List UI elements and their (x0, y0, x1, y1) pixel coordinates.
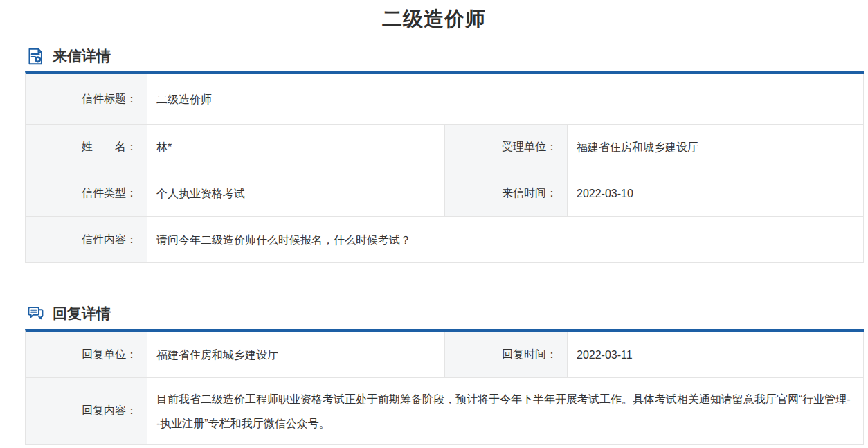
letter-detail-table: 信件标题： 二级造价师 姓 名： 林* 受理单位： 福建省住房和城乡建设厅 信件… (25, 71, 864, 263)
letter-time-value: 2022-03-10 (568, 170, 864, 217)
letter-accept-unit-label: 受理单位： (445, 125, 568, 170)
letter-name-label: 姓 名： (26, 125, 147, 170)
reply-content-label: 回复内容： (26, 378, 147, 445)
reply-time-value: 2022-03-11 (568, 332, 864, 378)
reply-content-value: 目前我省二级造价工程师职业资格考试正处于前期筹备阶段，预计将于今年下半年开展考试… (147, 378, 864, 445)
letter-section-title: 来信详情 (53, 46, 111, 66)
letter-content-value: 请问今年二级造价师什么时候报名，什么时候考试？ (147, 217, 864, 263)
letter-detail-icon (26, 47, 45, 66)
section-spacer (0, 263, 868, 291)
reply-detail-icon (26, 305, 45, 323)
letter-title-value: 二级造价师 (147, 74, 864, 125)
letter-accept-unit-value: 福建省住房和城乡建设厅 (568, 125, 864, 170)
reply-unit-label: 回复单位： (26, 332, 147, 378)
reply-detail-table: 回复单位： 福建省住房和城乡建设厅 回复时间： 2022-03-11 回复内容：… (25, 329, 864, 445)
reply-section-title: 回复详情 (53, 304, 111, 323)
letter-content-label: 信件内容： (26, 217, 147, 263)
reply-section-header: 回复详情 (26, 303, 868, 324)
letter-type-label: 信件类型： (26, 170, 147, 217)
letter-name-value: 林* (147, 125, 445, 170)
page-title: 二级造价师 (0, 6, 868, 33)
reply-unit-value: 福建省住房和城乡建设厅 (147, 332, 445, 378)
reply-time-label: 回复时间： (445, 332, 568, 378)
letter-title-label: 信件标题： (26, 74, 147, 125)
letter-section-header: 来信详情 (26, 46, 868, 66)
letter-time-label: 来信时间： (445, 170, 568, 217)
letter-type-value: 个人执业资格考试 (147, 170, 445, 217)
